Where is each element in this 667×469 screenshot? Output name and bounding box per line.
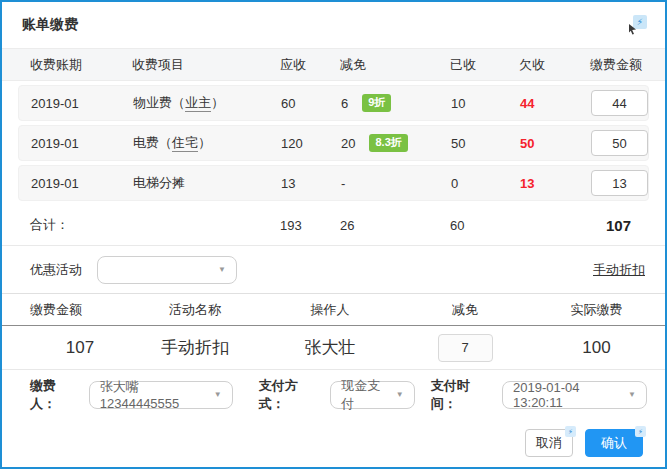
payment-form: 缴费人： 张大嘴 12344445555 ▼ 支付方式： 现金支付 ▼ 支付时间… — [2, 370, 665, 419]
discount-badge: 8.3折 — [369, 134, 407, 151]
cell-period: 2019-01 — [31, 96, 133, 111]
confirm-button[interactable]: 确认 ⚡ — [585, 429, 643, 457]
promotion-select[interactable]: ▼ — [97, 256, 237, 284]
method-label: 支付方式： — [259, 377, 322, 413]
cell-reduction: 6 9折 — [341, 94, 451, 111]
col-pay-amount: 缴费金额 — [30, 301, 130, 319]
cell-reduction: 20 8.3折 — [341, 134, 451, 151]
cell-period: 2019-01 — [31, 136, 133, 151]
chevron-down-icon: ▼ — [388, 390, 404, 399]
col-activity: 活动名称 — [130, 301, 260, 319]
table-row: 2019-01 电费（住宅） 120 20 8.3折 50 50 — [18, 125, 649, 161]
chevron-down-icon: ▼ — [620, 390, 636, 399]
col-owed: 欠收 — [519, 56, 590, 74]
dialog-title: 账单缴费 — [22, 16, 78, 34]
col-period: 收费账期 — [30, 56, 132, 74]
payer-label: 缴费人： — [30, 377, 81, 413]
cell-receivable: 13 — [281, 176, 341, 191]
cell-receivable: 120 — [281, 136, 341, 151]
discount-table-header: 缴费金额 活动名称 操作人 减免 实际缴费 — [2, 293, 665, 326]
manual-discount-link[interactable]: 手动折扣 — [593, 261, 645, 279]
cell-pay-amount — [591, 130, 648, 156]
pay-amount-input[interactable] — [591, 170, 648, 196]
total-row: 合计： 193 26 60 107 — [2, 205, 665, 246]
col-receivable: 应收 — [280, 56, 340, 74]
col-pay-amount: 缴费金额 — [590, 56, 665, 74]
cell-owed: 50 — [520, 136, 591, 151]
cell-receivable: 60 — [281, 96, 341, 111]
chevron-down-icon: ▼ — [206, 390, 222, 399]
total-label: 合计： — [30, 216, 132, 234]
promotion-label: 优惠活动 — [30, 261, 82, 279]
cell-actual: 100 — [530, 338, 663, 358]
col-received: 已收 — [450, 56, 519, 74]
title-bar: 账单缴费 ⚡ — [2, 2, 665, 48]
cell-activity: 手动折扣 — [130, 336, 260, 359]
pay-amount-input[interactable] — [591, 130, 648, 156]
discount-badge: 9折 — [362, 94, 391, 111]
cell-pay-amount — [591, 90, 648, 116]
cell-pay-amount — [591, 170, 648, 196]
bill-table-body: 2019-01 物业费（业主） 60 6 9折 10 44 2019-01 电费… — [2, 81, 665, 205]
cell-owed: 44 — [520, 96, 591, 111]
total-receivable: 193 — [280, 218, 340, 233]
cell-received: 0 — [451, 176, 520, 191]
time-label: 支付时间： — [431, 377, 494, 413]
cell-operator: 张大壮 — [260, 336, 400, 359]
cancel-button[interactable]: 取消 ⚡ — [525, 429, 573, 457]
col-reduction: 减免 — [400, 301, 530, 319]
cell-item: 物业费（业主） — [133, 94, 281, 112]
promotion-row: 优惠活动 ▼ 手动折扣 — [2, 246, 665, 293]
total-received: 60 — [450, 218, 519, 233]
discount-table-row: 107 手动折扣 张大壮 100 — [2, 326, 665, 370]
cell-reduction: - — [341, 176, 451, 191]
cell-item: 电梯分摊 — [133, 174, 281, 192]
time-select[interactable]: 2019-01-04 13:20:11 ▼ — [502, 381, 647, 409]
bill-payment-dialog: 账单缴费 ⚡ 收费账期 收费项目 应收 减免 已收 欠收 缴费金额 2019-0… — [0, 0, 667, 469]
cell-reduction — [400, 334, 530, 362]
chevron-down-icon: ▼ — [210, 265, 226, 274]
method-select[interactable]: 现金支付 ▼ — [330, 381, 414, 409]
cell-item: 电费（住宅） — [133, 134, 281, 152]
cell-received: 10 — [451, 96, 520, 111]
col-actual: 实际缴费 — [530, 301, 663, 319]
col-reduction: 减免 — [340, 56, 450, 74]
lightning-icon: ⚡ — [635, 426, 646, 437]
cell-owed: 13 — [520, 176, 591, 191]
col-item: 收费项目 — [132, 56, 280, 74]
table-row: 2019-01 物业费（业主） 60 6 9折 10 44 — [18, 85, 649, 121]
cell-received: 50 — [451, 136, 520, 151]
cell-pay-amount: 107 — [30, 338, 130, 358]
total-reduction: 26 — [340, 218, 450, 233]
cell-period: 2019-01 — [31, 176, 133, 191]
payer-select[interactable]: 张大嘴 12344445555 ▼ — [89, 381, 233, 409]
interaction-cursor-icon[interactable]: ⚡ — [629, 15, 647, 35]
col-operator: 操作人 — [260, 301, 400, 319]
total-pay-amount: 107 — [590, 217, 647, 234]
pay-amount-input[interactable] — [591, 90, 648, 116]
lightning-icon: ⚡ — [565, 426, 576, 437]
table-row: 2019-01 电梯分摊 13 - 0 13 — [18, 165, 649, 201]
dialog-footer: 取消 ⚡ 确认 ⚡ — [2, 419, 665, 467]
mouse-cursor-icon — [629, 24, 639, 35]
reduction-input[interactable] — [438, 334, 493, 362]
bill-table-header: 收费账期 收费项目 应收 减免 已收 欠收 缴费金额 — [2, 48, 665, 81]
